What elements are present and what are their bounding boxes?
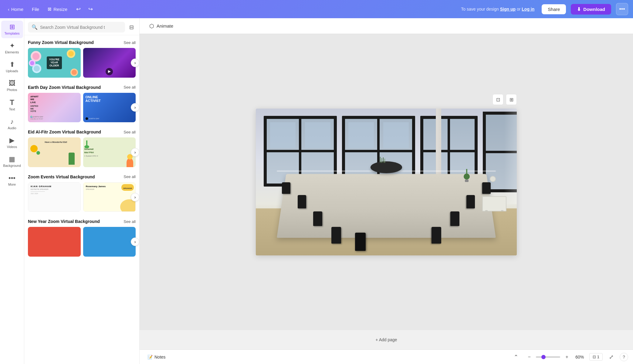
section-earthday-header: Earth Day Zoom Virtual Background See al… bbox=[28, 85, 136, 90]
scroll-right-events-button[interactable]: › bbox=[131, 193, 139, 201]
template-grid-earthday: APART WE LIVE UNITED WE VOTE 🌍 EARTH DAY… bbox=[28, 93, 136, 123]
sidebar-item-photos[interactable]: 🖼 Photos bbox=[1, 77, 23, 95]
section-eid-title: Eid Al-Fitr Zoom Virtual Background bbox=[28, 130, 101, 134]
home-chevron-left-icon: ‹ bbox=[8, 7, 9, 12]
search-input-wrap: 🔍 bbox=[28, 22, 125, 32]
search-icon: 🔍 bbox=[32, 24, 38, 30]
section-funny-title: Funny Zoom Virtual Background bbox=[28, 40, 94, 45]
see-all-eid-button[interactable]: See all bbox=[124, 130, 136, 134]
section-events-header: Zoom Events Virtual Background See all bbox=[28, 174, 136, 179]
templates-scroll: Funny Zoom Virtual Background See all bbox=[24, 35, 139, 364]
template-item[interactable]: ONLINE ACTIVIST EARTH DAY bbox=[83, 93, 136, 123]
collapse-icon: ⌃ bbox=[514, 354, 518, 360]
fullscreen-button[interactable]: ⤢ bbox=[606, 352, 616, 362]
see-all-events-button[interactable]: See all bbox=[124, 174, 136, 179]
section-newyear-title: New Year Zoom Virtual Background bbox=[28, 219, 100, 224]
sign-up-link[interactable]: Sign up bbox=[500, 7, 516, 12]
sidebar-item-elements[interactable]: ✦ Elements bbox=[1, 39, 23, 57]
file-button[interactable]: File bbox=[29, 5, 42, 14]
templates-label: Templates bbox=[4, 32, 19, 35]
zoom-controls: − + 60% bbox=[525, 353, 586, 361]
page-number-button[interactable]: ⊡ 1 bbox=[589, 353, 603, 361]
download-icon: ⬇ bbox=[577, 6, 581, 12]
template-item[interactable]: APART WE LIVE UNITED WE VOTE 🌍 EARTH DAY… bbox=[28, 93, 81, 123]
photos-label: Photos bbox=[7, 88, 17, 92]
template-item[interactable]: KIAN GRAHAM KEYNOTE SPEAKER JULY 2024 bbox=[28, 182, 81, 212]
sidebar-item-background[interactable]: ▦ Background bbox=[1, 153, 23, 170]
text-icon: T bbox=[10, 99, 14, 106]
animate-button[interactable]: ⬡ Animate bbox=[146, 21, 177, 31]
template-item[interactable]: Have a Wonderful Eid! bbox=[28, 137, 81, 167]
fit-to-screen-button[interactable]: ⊡ bbox=[493, 94, 503, 105]
notes-icon: 📝 bbox=[147, 355, 153, 359]
zoom-plus-button[interactable]: + bbox=[563, 353, 571, 361]
help-button[interactable]: ? bbox=[620, 353, 628, 361]
scroll-right-earthday-button[interactable]: › bbox=[131, 103, 139, 112]
template-item[interactable] bbox=[83, 227, 136, 257]
zoom-value: 60% bbox=[574, 355, 586, 359]
template-item[interactable] bbox=[28, 227, 81, 257]
add-page-button[interactable]: + Add page bbox=[369, 335, 403, 345]
bottom-bar: 📝 Notes ⌃ − + 60% ⊡ 1 ⤢ ? bbox=[140, 349, 633, 364]
search-input[interactable] bbox=[40, 25, 121, 30]
filter-button[interactable]: ⊟ bbox=[127, 22, 136, 32]
template-item[interactable]: YOU'RE YEAR OLDER bbox=[28, 48, 81, 78]
log-in-link[interactable]: Log in bbox=[522, 7, 534, 12]
search-bar: 🔍 ⊟ bbox=[24, 18, 139, 35]
canvas-scroll: ⊡ ⊞ bbox=[140, 34, 633, 330]
page-number-icon: ⊡ bbox=[593, 355, 596, 359]
template-item[interactable]: ▶ bbox=[83, 48, 136, 78]
sidebar-item-text[interactable]: T Text bbox=[1, 96, 23, 114]
audio-icon: ♪ bbox=[10, 118, 14, 125]
template-item[interactable]: Rosemary James SPEAKER SPEAKER bbox=[83, 182, 136, 212]
section-newyear-header: New Year Zoom Virtual Background See all bbox=[28, 219, 136, 224]
sidebar-item-audio[interactable]: ♪ Audio bbox=[1, 115, 23, 133]
resize-button[interactable]: ⊠ Resize bbox=[45, 5, 70, 14]
more-options-button[interactable]: ••• bbox=[616, 3, 628, 15]
template-grid-newyear: › bbox=[28, 227, 136, 257]
animate-label: Animate bbox=[157, 23, 173, 29]
template-item[interactable]: Selamat Idul Fitri 1 Syawal 1441 H bbox=[83, 137, 136, 167]
fullscreen-icon: ⤢ bbox=[609, 354, 614, 360]
sidebar-item-templates[interactable]: ⊞ Templates bbox=[1, 21, 23, 38]
section-earthday-title: Earth Day Zoom Virtual Background bbox=[28, 85, 101, 90]
canvas-frame[interactable] bbox=[256, 109, 517, 255]
sidebar-item-uploads[interactable]: ⬆ Uploads bbox=[1, 58, 23, 76]
template-grid-eid: Have a Wonderful Eid! bbox=[28, 137, 136, 167]
add-to-canvas-button[interactable]: ⊞ bbox=[506, 94, 517, 105]
sidebar-item-more[interactable]: ••• More bbox=[1, 172, 23, 189]
page-number-value: 1 bbox=[597, 355, 599, 359]
scroll-right-eid-button[interactable]: › bbox=[131, 148, 139, 157]
download-button[interactable]: ⬇ Download bbox=[571, 4, 611, 15]
zoom-slider[interactable] bbox=[536, 356, 560, 358]
home-button[interactable]: ‹ Home bbox=[5, 5, 26, 14]
scroll-right-funny-button[interactable]: › bbox=[131, 59, 139, 67]
see-all-earthday-button[interactable]: See all bbox=[124, 85, 136, 89]
sidebar: ⊞ Templates ✦ Elements ⬆ Uploads 🖼 Photo… bbox=[0, 18, 24, 364]
see-all-newyear-button[interactable]: See all bbox=[124, 219, 136, 224]
resize-label: Resize bbox=[53, 7, 67, 12]
template-thumb-content: YOU'RE YEAR OLDER bbox=[28, 48, 81, 78]
see-all-funny-button[interactable]: See all bbox=[124, 40, 136, 45]
notes-button[interactable]: 📝 Notes bbox=[144, 353, 169, 361]
scroll-right-newyear-button[interactable]: › bbox=[131, 238, 139, 246]
share-button[interactable]: Share bbox=[542, 4, 566, 14]
canvas-area: ⬡ Animate ⊡ ⊞ bbox=[140, 18, 633, 364]
zoom-minus-button[interactable]: − bbox=[525, 353, 533, 361]
elements-label: Elements bbox=[5, 50, 19, 54]
uploads-icon: ⬆ bbox=[9, 61, 15, 68]
add-page-area: + Add page bbox=[140, 330, 633, 349]
template-thumb-content: ▶ bbox=[83, 48, 136, 78]
more-icon: ••• bbox=[619, 6, 625, 12]
more-label: More bbox=[8, 183, 16, 186]
home-label: Home bbox=[11, 7, 23, 12]
templates-icon: ⊞ bbox=[9, 24, 15, 30]
section-newyear: New Year Zoom Virtual Background See all… bbox=[28, 219, 136, 257]
main-layout: ⊞ Templates ✦ Elements ⬆ Uploads 🖼 Photo… bbox=[0, 18, 633, 364]
collapse-panel-button[interactable]: ⌃ bbox=[510, 352, 521, 362]
save-prompt: To save your design Sign up or Log in bbox=[461, 7, 534, 12]
redo-button[interactable]: ↪ bbox=[85, 4, 96, 15]
sidebar-item-videos[interactable]: ▶ Videos bbox=[1, 134, 23, 152]
undo-button[interactable]: ↩ bbox=[73, 4, 84, 15]
canvas-actions: ⊡ ⊞ bbox=[493, 94, 517, 105]
